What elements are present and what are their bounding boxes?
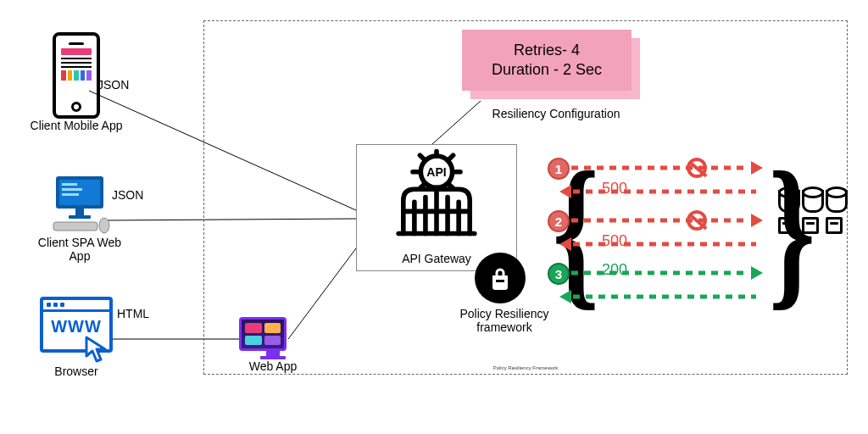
svg-rect-11: [69, 215, 91, 219]
svg-rect-16: [496, 280, 504, 282]
config-line1: Retries- 4: [514, 41, 580, 60]
web-app: Web App: [239, 317, 307, 373]
attempt-2-status: 500: [602, 232, 627, 250]
api-gateway-label: API Gateway: [402, 252, 471, 265]
attempt-2-badge: 2: [548, 210, 570, 232]
browser-icon: WWW: [36, 297, 117, 353]
web-app-label: Web App: [239, 359, 307, 373]
forbid-icon: [687, 158, 707, 178]
svg-rect-8: [62, 188, 82, 191]
client-spa-label: Client SPA Web App: [27, 236, 132, 263]
retry-attempt-1-request: 1: [559, 159, 763, 176]
retry-attempt-3-request: 3 200: [559, 264, 763, 281]
retry-attempt-2-response: 500: [559, 236, 763, 253]
client-browser-label: Browser: [25, 364, 127, 378]
forbid-icon: [687, 210, 707, 231]
config-line2: Duration - 2 Sec: [492, 60, 602, 80]
backend-servers: [778, 186, 843, 234]
desktop-icon: [47, 175, 113, 236]
boundary-caption: Policy Resiliency Framework: [493, 365, 559, 370]
svg-text:API: API: [426, 165, 446, 179]
svg-rect-12: [53, 222, 97, 231]
retry-attempt-1-response: 500: [559, 183, 763, 200]
attempt-1-status: 500: [602, 180, 627, 198]
svg-rect-7: [62, 183, 77, 186]
api-gateway-icon: API: [386, 145, 487, 240]
edge-label-browser: HTML: [117, 307, 149, 320]
server-icon: [778, 186, 795, 234]
retry-flow: 1 500 2 500 3 200: [559, 159, 763, 305]
attempt-3-status: 200: [602, 261, 627, 279]
server-icon: [826, 186, 843, 234]
svg-rect-9: [62, 193, 79, 196]
attempt-3-badge: 3: [548, 263, 570, 285]
webapp-icon: [239, 317, 307, 359]
resiliency-config-box: Retries- 4 Duration - 2 Sec: [462, 30, 640, 99]
policy-resiliency-icon: [475, 253, 526, 303]
retry-attempt-3-response: [559, 288, 763, 305]
client-browser: WWW Browser: [25, 297, 127, 378]
phone-icon: [53, 32, 100, 119]
edge-label-mobile: JSON: [97, 78, 129, 92]
attempt-1-badge: 1: [548, 158, 570, 180]
policy-resiliency-label: Policy Resiliency framework: [458, 307, 551, 334]
client-mobile-label: Client Mobile App: [25, 119, 127, 132]
svg-point-13: [99, 218, 109, 233]
edge-label-spa: JSON: [112, 188, 143, 202]
config-caption: Resiliency Configuration: [471, 107, 641, 120]
retry-attempt-2-request: 2: [559, 212, 763, 229]
svg-rect-10: [75, 209, 84, 215]
api-gateway-box: API API Gateway: [356, 144, 517, 271]
server-icon: [802, 186, 819, 234]
